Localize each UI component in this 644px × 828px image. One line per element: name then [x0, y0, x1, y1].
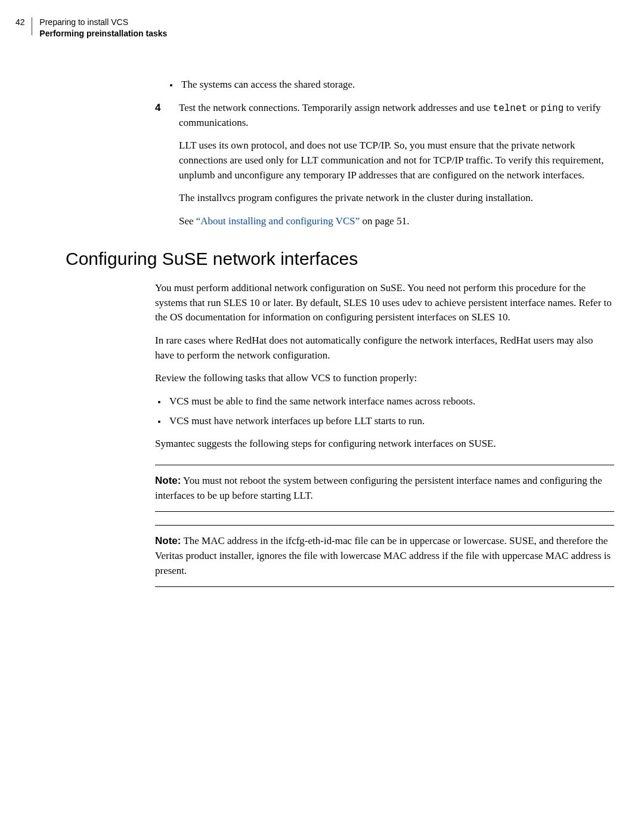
text-fragment: See [179, 215, 196, 227]
code-telnet: telnet [493, 103, 528, 114]
note-text: You must not reboot the system between c… [155, 475, 602, 501]
running-header: 42 Preparing to install VCS Performing p… [16, 17, 167, 39]
note-label: Note: [155, 475, 181, 486]
continuation-bullets: The systems can access the shared storag… [179, 78, 614, 92]
step-paragraph: The installvcs program configures the pr… [179, 191, 614, 206]
header-divider [32, 17, 32, 35]
page: 42 Preparing to install VCS Performing p… [0, 0, 644, 828]
step-number: 4 [155, 101, 160, 116]
text-fragment: or [527, 102, 541, 113]
note-label: Note: [155, 535, 181, 546]
text-fragment: on page 51. [360, 215, 409, 227]
cross-reference-link[interactable]: “About installing and configuring VCS” [196, 215, 360, 227]
header-titles: Preparing to install VCS Performing prei… [39, 17, 167, 39]
code-ping: ping [541, 103, 564, 114]
main-content: The systems can access the shared storag… [155, 78, 614, 600]
text-fragment: Test the network connections. Temporaril… [179, 102, 493, 113]
see-reference: See “About installing and configuring VC… [179, 214, 614, 229]
list-item: VCS must be able to find the same networ… [167, 394, 614, 409]
note-block: Note: The MAC address in the ifcfg-eth-i… [155, 525, 614, 587]
section-title: Performing preinstallation tasks [39, 28, 167, 39]
list-item: VCS must have network interfaces up befo… [167, 414, 614, 429]
body-paragraph: In rare cases where RedHat does not auto… [155, 333, 614, 363]
body-paragraph: Symantec suggests the following steps fo… [155, 437, 614, 452]
step-lead-paragraph: Test the network connections. Temporaril… [179, 101, 614, 131]
page-number: 42 [16, 17, 25, 28]
step-4: 4 Test the network connections. Temporar… [155, 101, 614, 229]
note-block: Note: You must not reboot the system bet… [155, 465, 614, 512]
step-paragraph: LLT uses its own protocol, and does not … [179, 138, 614, 183]
section-heading-configuring-suse: Configuring SuSE network interfaces [66, 246, 614, 272]
note-text: The MAC address in the ifcfg-eth-id-mac … [155, 535, 611, 576]
procedure-steps: 4 Test the network connections. Temporar… [155, 101, 614, 229]
chapter-title: Preparing to install VCS [39, 17, 167, 28]
list-item: The systems can access the shared storag… [179, 78, 614, 92]
body-paragraph: Review the following tasks that allow VC… [155, 371, 614, 386]
body-paragraph: You must perform additional network conf… [155, 281, 614, 325]
body-bullet-list: VCS must be able to find the same networ… [167, 394, 614, 428]
